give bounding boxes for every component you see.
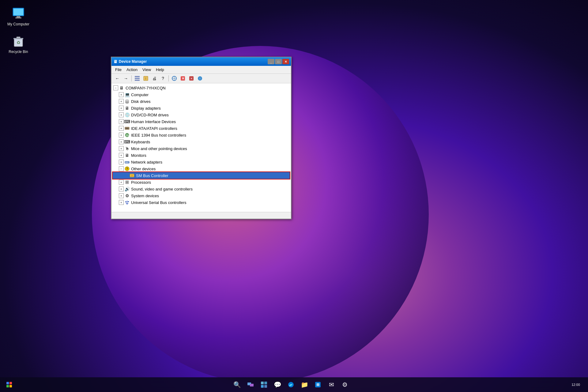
svg-rect-8 [135, 76, 140, 77]
computer-icon: 🖥 [119, 85, 124, 91]
tree-label-computer: Computer [131, 92, 149, 97]
desktop-icon-recycle[interactable]: ♻ Recycle Bin [6, 34, 31, 54]
tree-item-computer[interactable]: 💻 Computer [113, 91, 290, 98]
tree-expand-network[interactable] [119, 160, 124, 164]
tree-expand-ieee[interactable] [119, 133, 124, 138]
window-title: Device Manager [118, 59, 268, 64]
menu-help[interactable]: Help [153, 66, 167, 73]
menu-file[interactable]: File [113, 66, 124, 73]
tree-item-usb[interactable]: Universal Serial Bus controllers [113, 199, 290, 206]
tree-expand-other[interactable] [119, 166, 124, 171]
tree-item-disk[interactable]: Disk drives [113, 98, 290, 105]
svg-rect-2 [17, 16, 20, 17]
monitors-icon: 🖥 [124, 153, 130, 158]
taskbar-settings[interactable]: ⚙ [339, 379, 351, 391]
menubar: File Action View Help [111, 66, 291, 74]
tree-label-network: Network adapters [131, 160, 162, 164]
taskbar-widgets[interactable] [258, 379, 270, 391]
toolbar-help[interactable]: ? [159, 75, 167, 82]
toolbar-view-details[interactable] [133, 75, 141, 82]
keyboard-icon: ⌨ [124, 139, 130, 145]
tree-expand-root[interactable] [113, 85, 118, 90]
svg-rect-55 [261, 385, 264, 388]
tree-label-mice: Mice and other pointing devices [131, 146, 187, 151]
tree-item-smbus[interactable]: ! SM Bus Controller [113, 172, 290, 179]
toolbar-print[interactable]: 🖨 [150, 75, 158, 82]
taskbar-edge[interactable] [285, 379, 297, 391]
svg-rect-1 [13, 9, 23, 15]
tree-expand-hid[interactable] [119, 119, 124, 124]
tree-label-ieee: IEEE 1394 Bus host controllers [131, 133, 186, 138]
close-button[interactable]: ✕ [282, 59, 289, 64]
tree-expand-computer[interactable] [119, 92, 124, 97]
tree-item-dvd[interactable]: 💿 DVD/CD-ROM drives [113, 111, 290, 118]
taskbar-store[interactable]: ⊞ [312, 379, 324, 391]
svg-rect-3 [15, 17, 21, 18]
tree-expand-ide[interactable] [119, 126, 124, 131]
taskbar-search[interactable]: 🔍 [231, 379, 243, 391]
menu-action[interactable]: Action [124, 66, 140, 73]
tree-item-root[interactable]: 🖥 COMPANY-7YHXCQN [113, 85, 290, 91]
maximize-button[interactable]: □ [275, 59, 282, 64]
svg-rect-10 [135, 80, 140, 81]
tree-view[interactable]: 🖥 COMPANY-7YHXCQN 💻 Computer Disk drives [111, 83, 291, 212]
tree-item-other[interactable]: ? Other devices [113, 165, 290, 172]
svg-rect-46 [128, 201, 129, 202]
svg-rect-38 [133, 173, 134, 174]
tree-expand-mice[interactable] [119, 146, 124, 151]
menu-view[interactable]: View [140, 66, 153, 73]
tree-item-sound[interactable]: 🔊 Sound, video and game controllers [113, 186, 290, 192]
hid-icon: ⌨ [124, 119, 130, 124]
svg-text:♻: ♻ [17, 40, 21, 45]
display-icon: 🖥 [124, 105, 130, 111]
tree-expand-dvd[interactable] [119, 112, 124, 117]
tree-item-monitors[interactable]: 🖥 Monitors [113, 152, 290, 159]
taskbar-explorer[interactable]: 📁 [298, 379, 311, 391]
system-icon: ⚙ [124, 193, 130, 198]
tree-item-system[interactable]: ⚙ System devices [113, 192, 290, 199]
recycle-icon: ♻ [11, 34, 26, 48]
tree-expand-disk[interactable] [119, 99, 124, 104]
tree-label-usb: Universal Serial Bus controllers [131, 200, 187, 205]
svg-rect-26 [128, 128, 129, 129]
smbus-icon: ! [129, 173, 135, 178]
toolbar-properties[interactable]: i [142, 75, 150, 82]
toolbar-back[interactable]: ← [113, 75, 121, 82]
taskbar-tray: 12:00 [567, 379, 585, 391]
toolbar-forward[interactable]: → [122, 75, 130, 82]
tree-item-mice[interactable]: 🖱 Mice and other pointing devices [113, 145, 290, 152]
tree-expand-keyboards[interactable] [119, 139, 124, 144]
start-button[interactable] [3, 379, 15, 391]
tree-expand-sound[interactable] [119, 187, 124, 191]
window-controls: _ □ ✕ [268, 59, 289, 64]
toolbar-sep2 [168, 75, 169, 81]
toolbar-disable[interactable]: ✕ [179, 75, 187, 82]
tree-item-keyboards[interactable]: ⌨ Keyboards [113, 138, 290, 145]
taskbar-tray-time[interactable]: 12:00 [567, 379, 585, 391]
taskbar-mail[interactable]: ✉ [325, 379, 337, 391]
desktop-icon-recycle-label: Recycle Bin [9, 50, 28, 54]
minimize-button[interactable]: _ [268, 59, 274, 64]
taskbar-taskview[interactable] [244, 379, 257, 391]
svg-rect-41 [133, 177, 134, 178]
tree-item-display[interactable]: 🖥 Display adapters [113, 105, 290, 111]
tree-item-ieee[interactable]: 1394 IEEE 1394 Bus host controllers [113, 132, 290, 138]
device-manager-window: 🖥 Device Manager _ □ ✕ File Action View … [111, 57, 292, 219]
toolbar-update[interactable]: ↑ [196, 75, 204, 82]
tree-item-network[interactable]: Network adapters [113, 159, 290, 165]
tree-expand-monitors[interactable] [119, 153, 124, 158]
tree-label-other: Other devices [131, 167, 156, 171]
tree-item-hid[interactable]: ⌨ Human Interface Devices [113, 118, 290, 125]
svg-point-30 [125, 162, 126, 163]
tree-expand-processors[interactable] [119, 180, 124, 185]
tree-expand-display[interactable] [119, 106, 124, 111]
toolbar-uninstall[interactable]: ✕ [187, 75, 195, 82]
toolbar-scan[interactable] [170, 75, 178, 82]
desktop-icon-computer[interactable]: My Computer [6, 6, 31, 26]
taskbar-chat[interactable]: 💬 [271, 379, 284, 391]
tree-item-ide[interactable]: IDE ATA/ATAPI controllers [113, 125, 290, 132]
tree-item-processors[interactable]: Processors [113, 179, 290, 186]
tree-expand-system[interactable] [119, 193, 124, 198]
svg-text:i: i [145, 77, 146, 80]
tree-expand-usb[interactable] [119, 200, 124, 205]
